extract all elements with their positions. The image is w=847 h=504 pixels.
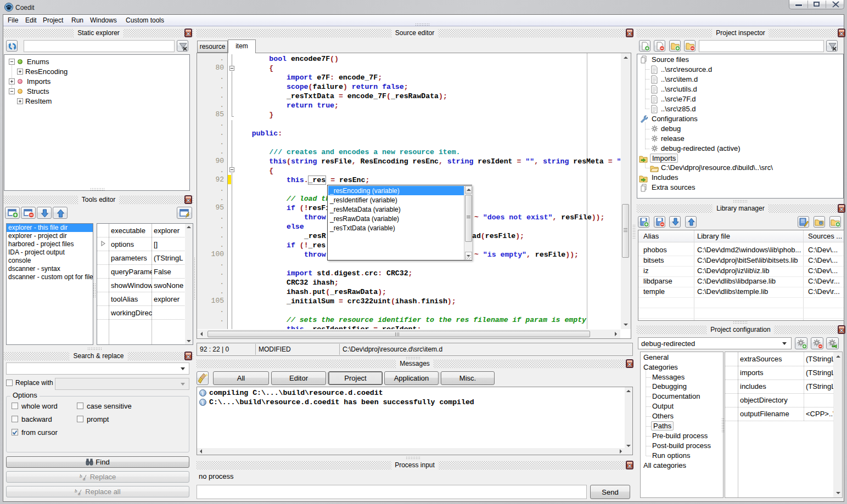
svg-text:b: b [75,488,77,494]
svg-text:b: b [80,473,82,479]
